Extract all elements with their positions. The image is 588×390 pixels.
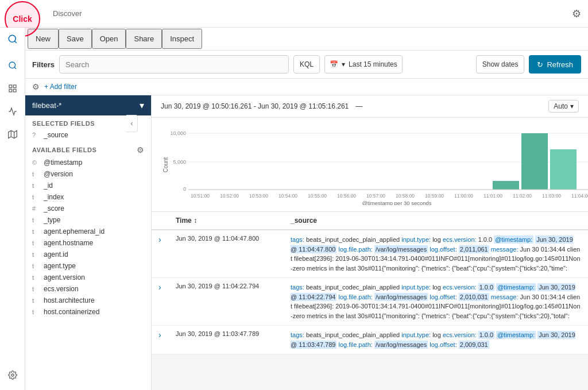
app-nav-title: Discover [53, 9, 82, 18]
kql-button[interactable]: KQL [293, 55, 320, 74]
icon-bar [0, 51, 25, 390]
filters-label: Filters [32, 60, 55, 69]
main-layout: Filters KQL 📅 ▾ Last 15 minutes Show dat… [0, 51, 588, 390]
icon-discover[interactable] [2, 55, 23, 76]
svg-rect-7 [13, 89, 16, 92]
svg-text:10,000: 10,000 [170, 130, 186, 136]
sidebar-field-5[interactable]: t _type [25, 214, 151, 226]
icon-maps[interactable] [2, 124, 23, 145]
sidebar-field-7[interactable]: t agent.hostname [25, 237, 151, 249]
svg-point-2 [9, 62, 16, 68]
chart-dash: — [355, 102, 362, 110]
bar-10 [521, 133, 548, 190]
discover-icon[interactable] [0, 28, 25, 51]
row-expand-1[interactable]: › [158, 235, 176, 244]
svg-line-1 [14, 41, 16, 43]
svg-text:10:54:00: 10:54:00 [278, 193, 297, 199]
filter-bar: Filters KQL 📅 ▾ Last 15 minutes Show dat… [25, 51, 588, 79]
content-area: Filters KQL 📅 ▾ Last 15 minutes Show dat… [25, 51, 588, 390]
discovery-layout: filebeat-* ▾ ‹ Selected fields ? _source… [25, 95, 588, 390]
x-axis-label: @timestamp per 30 seconds [362, 200, 431, 205]
icon-dashboard[interactable] [2, 78, 23, 99]
table-row-2[interactable]: › Jun 30, 2019 @ 11:04:22.794 tags: beat… [152, 278, 588, 325]
source-text-3: tags: beats_input_codec_plain_applied in… [291, 331, 575, 349]
refresh-button[interactable]: ↻ Refresh [529, 55, 581, 74]
index-chevron-icon[interactable]: ▾ [140, 100, 144, 111]
menu-save[interactable]: Save [59, 29, 92, 49]
svg-rect-6 [9, 89, 12, 92]
svg-text:11:04:00: 11:04:00 [571, 193, 588, 199]
y-axis-label: Count [163, 157, 169, 172]
row-expand-2[interactable]: › [158, 283, 176, 292]
available-fields-header: Available fields ⚙ [25, 141, 151, 157]
table-row: › Jun 30, 2019 @ 11:04:47.800 tags: beat… [152, 230, 588, 278]
icon-settings[interactable] [2, 365, 23, 385]
time-sort-icon[interactable]: ↕ [194, 217, 197, 225]
available-settings-icon[interactable]: ⚙ [137, 145, 144, 155]
bar-11 [550, 149, 577, 190]
sidebar-field-12[interactable]: t host.architecture [25, 295, 151, 306]
refresh-icon: ↻ [537, 60, 543, 69]
click-label: Click [13, 14, 32, 24]
add-filter-bar: ⚙ + Add filter [25, 79, 588, 95]
source-text-2: tags: beats_input_codec_plain_applied in… [291, 283, 581, 319]
top-gear-icon[interactable]: ⚙ [572, 7, 581, 20]
sidebar-field-0[interactable]: © @timestamp [25, 157, 151, 168]
bar-9 [493, 181, 519, 190]
menu-open[interactable]: Open [92, 29, 126, 49]
table-row-1[interactable]: › Jun 30, 2019 @ 11:04:47.800 tags: beat… [152, 230, 588, 277]
show-dates-button[interactable]: Show dates [476, 55, 525, 74]
sidebar-field-10[interactable]: t agent.version [25, 272, 151, 283]
sidebar-field-9[interactable]: t agent.type [25, 260, 151, 272]
sidebar-field-8[interactable]: t agent.id [25, 249, 151, 260]
menu-inspect[interactable]: Inspect [162, 29, 202, 49]
time-picker[interactable]: 📅 ▾ Last 15 minutes [324, 55, 403, 74]
col-expand-header [158, 217, 176, 225]
histogram-chart: Count 10,000 5,000 0 [161, 125, 588, 205]
table-row: › Jun 30, 2019 @ 11:04:22.794 tags: beat… [152, 278, 588, 326]
menu-share[interactable]: Share [126, 29, 162, 49]
svg-text:11:02:00: 11:02:00 [513, 193, 532, 199]
svg-text:10:53:00: 10:53:00 [249, 193, 268, 199]
svg-marker-8 [8, 130, 17, 138]
table-row: › Jun 30, 2019 @ 11:03:47.789 tags: beat… [152, 326, 588, 354]
collapse-sidebar-button[interactable]: ‹ [126, 115, 138, 132]
add-filter-link[interactable]: + Add filter [44, 83, 77, 91]
icon-visualize[interactable] [2, 101, 23, 122]
time-range-text: Last 15 minutes [349, 60, 397, 68]
search-input[interactable] [59, 55, 289, 74]
row-source-1: tags: beats_input_codec_plain_applied in… [291, 235, 581, 273]
auto-dropdown[interactable]: Auto ▾ [548, 100, 579, 113]
svg-text:10:57:00: 10:57:00 [366, 193, 385, 199]
svg-text:10:55:00: 10:55:00 [308, 193, 327, 199]
row-expand-3[interactable]: › [158, 330, 176, 339]
svg-rect-5 [13, 85, 16, 88]
svg-point-0 [9, 35, 16, 42]
chevron-down-icon: ▾ [342, 60, 345, 68]
row-source-3: tags: beats_input_codec_plain_applied in… [291, 330, 581, 349]
menu-bar: New Save Open Share Inspect [0, 28, 588, 51]
filter-settings-icon[interactable]: ⚙ [32, 82, 40, 91]
sidebar-field-2[interactable]: t _id [25, 180, 151, 191]
sidebar-field-6[interactable]: t agent.ephemeral_id [25, 226, 151, 237]
sidebar-field-4[interactable]: # _score [25, 203, 151, 214]
sidebar-field-13[interactable]: t host.containerized [25, 306, 151, 318]
row-time-2: Jun 30, 2019 @ 11:04:22.794 [176, 283, 291, 289]
svg-text:11:03:00: 11:03:00 [542, 193, 561, 199]
table-row-3[interactable]: › Jun 30, 2019 @ 11:03:47.789 tags: beat… [152, 326, 588, 354]
sidebar-field-3[interactable]: t _index [25, 191, 151, 203]
sidebar-field-1[interactable]: t @version [25, 168, 151, 180]
svg-text:10:56:00: 10:56:00 [337, 193, 356, 199]
sidebar-field-11[interactable]: t ecs.version [25, 283, 151, 295]
svg-text:10:52:00: 10:52:00 [220, 193, 239, 199]
auto-chevron-icon: ▾ [570, 102, 574, 110]
available-fields-title: Available fields [32, 146, 96, 153]
source-text-1: tags: beats_input_codec_plain_applied in… [291, 235, 581, 272]
row-time-1: Jun 30, 2019 @ 11:04:47.800 [176, 235, 291, 242]
chart-time-range: Jun 30, 2019 @ 10:50:16.261 - Jun 30, 20… [161, 102, 349, 110]
calendar-icon: 📅 [330, 60, 338, 68]
svg-text:10:58:00: 10:58:00 [396, 193, 415, 199]
top-bar: Click Discover ⚙ [0, 0, 588, 28]
index-pattern[interactable]: filebeat-* ▾ [25, 95, 151, 115]
svg-rect-4 [9, 85, 12, 88]
